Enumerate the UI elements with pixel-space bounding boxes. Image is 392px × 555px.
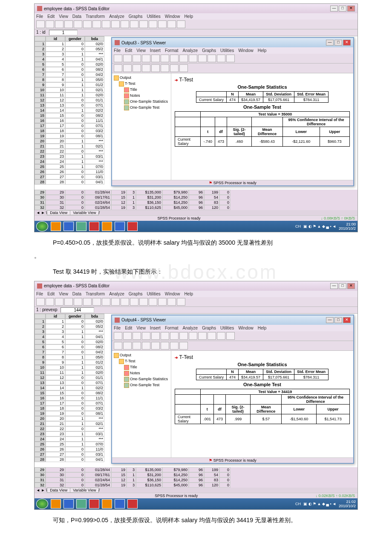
toolbar-button[interactable] [151,55,160,62]
table-row[interactable]: 77004/2 [35,350,104,355]
data-grid-bottom[interactable]: 2929001/28/44193$135,000$79,980961990303… [35,467,357,488]
close-button[interactable]: ✕ [347,6,355,12]
toolbar-button[interactable] [133,332,141,340]
tab-data-view[interactable]: Data View [47,210,70,215]
menu-item[interactable]: Utilities [220,48,234,53]
menu-item[interactable]: Insert [150,326,161,330]
tree-node[interactable]: Output [114,75,169,81]
table-row[interactable]: 331*** [35,329,104,334]
toolbar-button[interactable] [179,55,188,62]
split-icon[interactable] [149,20,157,28]
viewer-toolbar[interactable] [112,54,353,64]
table-row[interactable]: 2828004/1 [35,179,104,185]
main-toolbar[interactable] [35,297,357,307]
toolbar-button[interactable] [161,55,169,62]
main-menubar[interactable]: FileEditViewDataTransformAnalyzeGraphsUt… [35,13,357,20]
menu-item[interactable]: Edit [125,326,132,330]
toolbar-button[interactable] [198,55,207,62]
toolbar-button[interactable] [114,55,122,62]
taskbar-item[interactable] [63,222,74,231]
table-row[interactable]: 1818003/2 [35,406,104,411]
table-row[interactable]: 2121102/1 [35,144,104,149]
tree-node[interactable]: One-Sample Test [114,382,169,388]
table-row[interactable]: 2323103/1 [35,431,104,436]
menu-item[interactable]: Utilities [147,14,161,19]
viewer-min[interactable]: — [326,40,334,46]
tray-icons[interactable]: ▣ ◐ ⚑ ▲ ◆ ▄ ▪ ◄ [303,502,336,506]
table-row[interactable]: 22220*** [35,426,104,431]
table-row[interactable]: 20201*** [35,139,104,144]
find-icon[interactable] [102,20,110,28]
save-icon[interactable] [46,20,54,28]
table-row[interactable]: 1717007/1 [35,123,104,128]
tree-node[interactable]: One-Sample Statistics [114,376,169,382]
table-row[interactable]: 1717007/1 [35,401,104,406]
maximize-button[interactable]: □ [339,283,346,289]
toolbar-button[interactable] [139,298,148,306]
tree-node[interactable]: T-Test [114,81,169,87]
taskbar-item[interactable] [102,222,112,231]
taskbar[interactable]: CH ▣ ◐ ⚑ ▲ ◆ ▄ ▪ ◄ 21:002010/10/2 [35,221,357,232]
toolbar-button[interactable] [64,298,73,306]
toolbar-button[interactable] [167,298,176,306]
toolbar-button[interactable] [198,332,207,340]
toolbar-button[interactable] [161,332,169,340]
tree-node[interactable]: T-Test [114,358,169,364]
toolbar-button[interactable] [114,332,122,340]
undo-icon[interactable] [74,20,82,28]
viewer-close[interactable]: ✕ [343,317,351,323]
table-row[interactable]: 1111102/0 [35,370,104,375]
menu-item[interactable]: Utilities [220,326,234,330]
toolbar-button[interactable] [55,298,63,306]
table-row[interactable]: 2929001/28/44193$135,000$79,980961990 [35,467,357,472]
tab-data-view[interactable]: Data View [47,488,70,493]
window-buttons[interactable]: —□✕ [330,6,355,12]
table-row[interactable]: 22005/2 [35,324,104,329]
toolbar-button[interactable] [217,332,225,340]
toolbar-button[interactable] [123,342,132,350]
menu-item[interactable]: File [114,326,121,330]
menu-item[interactable]: Help [184,14,193,19]
toolbar-button[interactable] [83,298,92,306]
toolbar-button[interactable] [179,342,188,350]
table-row[interactable]: 88105/0 [35,77,104,82]
table-row[interactable]: 3030009/17/61151$31,200$14,25096540 [35,195,357,200]
menu-item[interactable]: Graphs [202,48,216,53]
toolbar-button[interactable] [151,342,160,350]
viewer-min[interactable]: — [326,317,334,323]
table-row[interactable]: 55002/0 [35,339,104,344]
table-row[interactable]: 22220*** [35,149,104,154]
menu-item[interactable]: Window [238,48,254,53]
menu-item[interactable]: Window [238,326,254,330]
menu-item[interactable]: Analyze [183,326,198,330]
toolbar-button[interactable] [161,342,169,350]
table-row[interactable]: 11002/0 [35,319,104,324]
toolbar-button[interactable] [226,55,235,62]
table-row[interactable]: 20201*** [35,416,104,421]
vars-icon[interactable] [121,20,129,28]
toolbar-button[interactable] [123,55,132,62]
table-row[interactable]: 1414102/2 [35,108,104,113]
toolbar-button[interactable] [123,64,132,72]
menu-item[interactable]: Insert [150,48,161,53]
data-grid[interactable]: idgenderbda11002/022005/2331***44104/155… [35,314,104,467]
cell-value[interactable]: 1 [49,30,78,35]
table-row[interactable]: 2929001/28/44193$135,000$79,980961990 [35,190,357,195]
view-tabs[interactable]: ◄ ► \Data ViewVariable View/ [35,488,357,493]
table-row[interactable]: 2727003/1 [35,174,104,179]
tree-node[interactable]: Notes [114,370,169,376]
menu-item[interactable]: View [136,48,146,53]
menu-item[interactable]: Window [165,14,180,19]
toolbar-button[interactable] [133,64,141,72]
tree-node[interactable]: Output [114,353,169,358]
toolbar-button[interactable] [149,298,157,306]
toolbar-button[interactable] [158,298,167,306]
table-row[interactable]: 88105/0 [35,355,104,360]
tree-node[interactable]: One-Sample Statistics [114,99,169,105]
table-row[interactable]: 3232001/28/54193$110,625$45,000961200 [35,483,357,488]
toolbar-button[interactable] [226,332,235,340]
menu-item[interactable]: Edit [125,48,132,53]
chart-icon[interactable] [111,20,120,28]
toolbar-button[interactable] [123,332,132,340]
print-icon[interactable] [55,20,63,28]
